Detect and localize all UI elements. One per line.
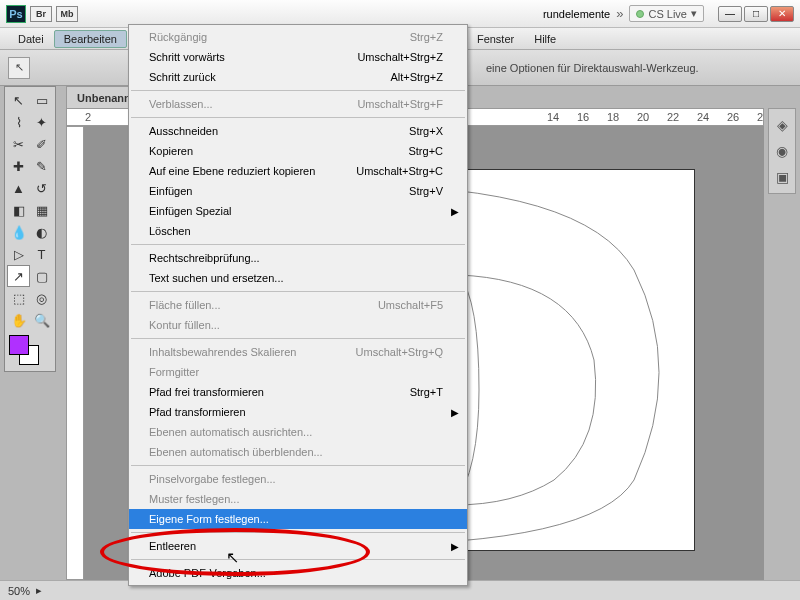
tool-preset-icon[interactable]: ↖	[8, 57, 30, 79]
bridge-icon[interactable]: Br	[30, 6, 52, 22]
menu-item[interactable]: Entleeren▶	[129, 536, 467, 556]
menu-bearbeiten[interactable]: Bearbeiten	[54, 30, 127, 48]
menu-item: Pinselvorgabe festlegen...	[129, 469, 467, 489]
menu-item[interactable]: Schritt vorwärtsUmschalt+Strg+Z	[129, 47, 467, 67]
menu-item[interactable]: Löschen	[129, 221, 467, 241]
shape-tool-icon[interactable]: ▢	[30, 265, 53, 287]
eraser-tool-icon[interactable]: ◧	[7, 199, 30, 221]
menu-item[interactable]: Auf eine Ebene reduziert kopierenUmschal…	[129, 161, 467, 181]
color-swatches[interactable]	[7, 335, 53, 369]
submenu-arrow-icon: ▶	[451, 541, 459, 552]
menu-item: Verblassen...Umschalt+Strg+F	[129, 94, 467, 114]
menu-item[interactable]: AusschneidenStrg+X	[129, 121, 467, 141]
move-tool-icon[interactable]: ↖	[7, 89, 30, 111]
dropdown-icon: ▾	[691, 7, 697, 20]
hand-tool-icon[interactable]: ✋	[7, 309, 30, 331]
menu-item: Ebenen automatisch ausrichten...	[129, 422, 467, 442]
crop-tool-icon[interactable]: ✂	[7, 133, 30, 155]
wand-tool-icon[interactable]: ✦	[30, 111, 53, 133]
ruler-vertical	[66, 126, 84, 580]
layers-panel-icon[interactable]: ◈	[772, 115, 792, 135]
menu-item: Inhaltsbewahrendes SkalierenUmschalt+Str…	[129, 342, 467, 362]
submenu-arrow-icon: ▶	[451, 407, 459, 418]
options-text: eine Optionen für Direktauswahl-Werkzeug…	[486, 62, 699, 74]
close-button[interactable]: ✕	[770, 6, 794, 22]
3d-tool-icon[interactable]: ⬚	[7, 287, 30, 309]
pen-tool-icon[interactable]: ▷	[7, 243, 30, 265]
marquee-tool-icon[interactable]: ▭	[30, 89, 53, 111]
heal-tool-icon[interactable]: ✚	[7, 155, 30, 177]
minimize-button[interactable]: —	[718, 6, 742, 22]
zoom-level[interactable]: 50%	[8, 585, 30, 597]
menu-item[interactable]: KopierenStrg+C	[129, 141, 467, 161]
stamp-tool-icon[interactable]: ▲	[7, 177, 30, 199]
toolbox: ↖▭ ⌇✦ ✂✐ ✚✎ ▲↺ ◧▦ 💧◐ ▷T ↗▢ ⬚◎ ✋🔍	[4, 86, 56, 372]
chevron-right-icon[interactable]: »	[616, 6, 623, 21]
cslive-button[interactable]: CS Live ▾	[629, 5, 704, 22]
menu-item[interactable]: Adobe PDF-Vorgaben...	[129, 563, 467, 583]
zoom-tool-icon[interactable]: 🔍	[30, 309, 53, 331]
menu-item[interactable]: EinfügenStrg+V	[129, 181, 467, 201]
menu-datei[interactable]: Datei	[8, 30, 54, 48]
history-brush-icon[interactable]: ↺	[30, 177, 53, 199]
status-dot-icon	[636, 10, 644, 18]
blur-tool-icon[interactable]: 💧	[7, 221, 30, 243]
submenu-arrow-icon: ▶	[451, 206, 459, 217]
menu-item: Kontur füllen...	[129, 315, 467, 335]
menu-item[interactable]: Text suchen und ersetzen...	[129, 268, 467, 288]
lasso-tool-icon[interactable]: ⌇	[7, 111, 30, 133]
photoshop-icon: Ps	[6, 5, 26, 23]
brush-tool-icon[interactable]: ✎	[30, 155, 53, 177]
menu-fenster[interactable]: Fenster	[467, 30, 524, 48]
path-select-tool-icon[interactable]: ↗	[7, 265, 30, 287]
right-panel: ◈ ◉ ▣	[768, 108, 796, 194]
edit-dropdown-menu: RückgängigStrg+ZSchritt vorwärtsUmschalt…	[128, 24, 468, 586]
menu-item: Muster festlegen...	[129, 489, 467, 509]
channels-panel-icon[interactable]: ◉	[772, 141, 792, 161]
menu-item: Fläche füllen...Umschalt+F5	[129, 295, 467, 315]
chevron-right-icon[interactable]: ▸	[36, 584, 42, 597]
menu-item[interactable]: Pfad frei transformierenStrg+T	[129, 382, 467, 402]
menu-item: RückgängigStrg+Z	[129, 27, 467, 47]
gradient-tool-icon[interactable]: ▦	[30, 199, 53, 221]
dodge-tool-icon[interactable]: ◐	[30, 221, 53, 243]
menu-item[interactable]: Einfügen Spezial▶	[129, 201, 467, 221]
menu-item: Formgitter	[129, 362, 467, 382]
menu-item: Ebenen automatisch überblenden...	[129, 442, 467, 462]
foreground-color-swatch[interactable]	[9, 335, 29, 355]
menu-item[interactable]: Schritt zurückAlt+Strg+Z	[129, 67, 467, 87]
paths-panel-icon[interactable]: ▣	[772, 167, 792, 187]
menu-item[interactable]: Pfad transformieren▶	[129, 402, 467, 422]
eyedropper-tool-icon[interactable]: ✐	[30, 133, 53, 155]
maximize-button[interactable]: □	[744, 6, 768, 22]
3d-camera-icon[interactable]: ◎	[30, 287, 53, 309]
type-tool-icon[interactable]: T	[30, 243, 53, 265]
menu-item[interactable]: Eigene Form festlegen...	[129, 509, 467, 529]
menu-item[interactable]: Rechtschreibprüfung...	[129, 248, 467, 268]
menu-hilfe[interactable]: Hilfe	[524, 30, 566, 48]
workspace-label[interactable]: rundelemente	[543, 8, 610, 20]
minibridge-icon[interactable]: Mb	[56, 6, 78, 22]
